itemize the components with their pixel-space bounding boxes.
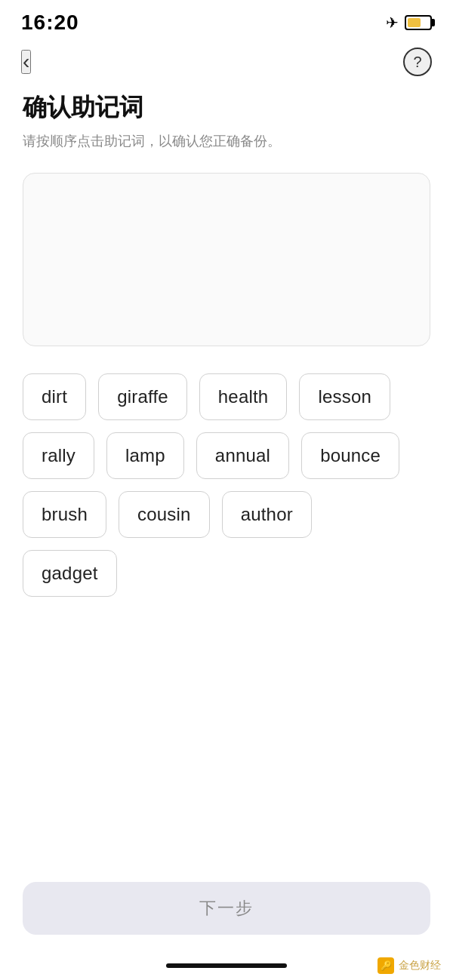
word-chip-giraffe[interactable]: giraffe — [98, 373, 187, 420]
nav-bar: ‹ ? — [0, 39, 453, 84]
word-chip-brush[interactable]: brush — [23, 491, 106, 538]
status-icons: ✈ — [386, 14, 432, 32]
word-chip-bounce[interactable]: bounce — [301, 432, 399, 479]
watermark-icon: 🔑 — [378, 957, 394, 974]
airplane-icon: ✈ — [386, 14, 399, 32]
word-chip-cousin[interactable]: cousin — [119, 491, 210, 538]
next-button[interactable]: 下一步 — [23, 882, 430, 935]
next-button-container: 下一步 — [23, 882, 430, 935]
words-grid: dirt giraffe health lesson rally lamp an… — [23, 373, 430, 597]
words-row-3: brush cousin author — [23, 491, 430, 538]
words-row-2: rally lamp annual bounce — [23, 432, 430, 479]
word-chip-lesson[interactable]: lesson — [299, 373, 390, 420]
word-chip-rally[interactable]: rally — [23, 432, 94, 479]
word-chip-lamp[interactable]: lamp — [106, 432, 184, 479]
page-title: 确认助记词 — [23, 92, 430, 124]
word-chip-annual[interactable]: annual — [196, 432, 289, 479]
watermark-text: 金色财经 — [399, 959, 441, 972]
page-subtitle: 请按顺序点击助记词，以确认您正确备份。 — [23, 131, 430, 152]
word-input-area[interactable] — [23, 173, 430, 346]
word-chip-author[interactable]: author — [222, 491, 312, 538]
status-bar: 16:20 ✈ — [0, 0, 453, 39]
help-button[interactable]: ? — [403, 48, 432, 76]
words-row-1: dirt giraffe health lesson — [23, 373, 430, 420]
status-time: 16:20 — [21, 11, 79, 35]
word-chip-dirt[interactable]: dirt — [23, 373, 86, 420]
word-chip-health[interactable]: health — [199, 373, 288, 420]
words-row-4: gadget — [23, 550, 430, 597]
home-indicator — [166, 963, 287, 968]
battery-icon — [405, 15, 432, 30]
word-chip-gadget[interactable]: gadget — [23, 550, 117, 597]
watermark: 🔑 金色财经 — [378, 957, 441, 974]
content-area: 确认助记词 请按顺序点击助记词，以确认您正确备份。 dirt giraffe h… — [0, 84, 453, 650]
battery-fill — [408, 18, 421, 27]
back-button[interactable]: ‹ — [21, 50, 31, 74]
